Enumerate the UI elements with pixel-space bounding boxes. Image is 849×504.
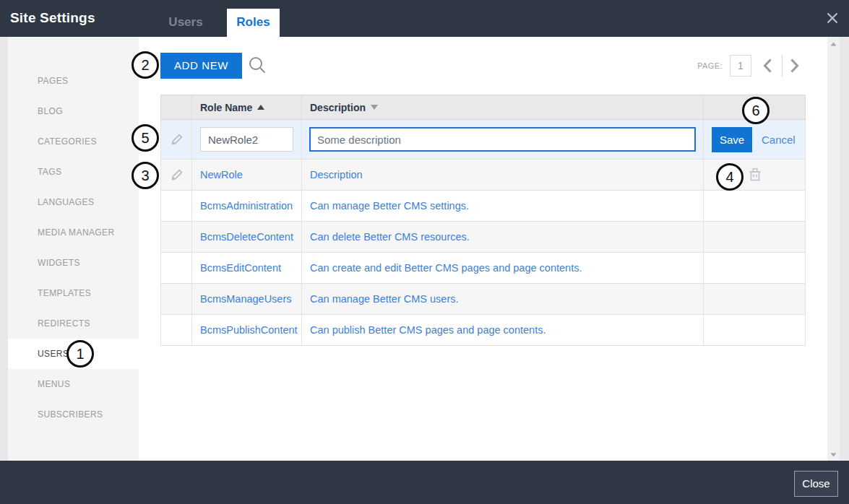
sidebar-item-media-manager[interactable]: MEDIA MANAGER (8, 217, 139, 248)
role-description-link[interactable]: Description (310, 160, 363, 190)
add-new-button[interactable]: ADD NEW (160, 53, 242, 79)
page-number-input[interactable] (730, 55, 751, 77)
role-description-link[interactable]: Can manage Better CMS users. (310, 284, 459, 314)
edit-row: Save Cancel (160, 120, 806, 160)
sort-asc-icon (257, 105, 264, 110)
save-button[interactable]: Save (712, 127, 752, 152)
page-label: PAGE: (679, 55, 723, 77)
roles-table: Role Name Description (160, 95, 806, 346)
tab-roles[interactable]: Roles (227, 9, 280, 37)
close-icon[interactable] (822, 8, 842, 28)
scroll-up-icon[interactable] (830, 42, 837, 46)
page-margin-left (0, 37, 8, 461)
role-name-link[interactable]: BcmsDeleteContent (200, 222, 293, 252)
table-row: BcmsPublishContent Can publish Better CM… (160, 315, 806, 346)
header-cell-description: Description (302, 95, 704, 119)
sidebar-item-menus[interactable]: MENUS (8, 369, 139, 399)
sidebar-item-subscribers[interactable]: SUBSCRIBERS (8, 399, 139, 430)
role-name-link[interactable]: BcmsPublishContent (200, 315, 298, 345)
pencil-icon[interactable] (171, 168, 184, 181)
annotation-6: 6 (742, 97, 770, 124)
site-settings-dialog: Site Settings Users Roles PAGES BLOG CAT… (0, 0, 849, 504)
table-row: BcmsDeleteContent Can delete Better CMS … (160, 222, 806, 253)
role-name-sort[interactable]: Role Name (200, 95, 252, 120)
sidebar-item-widgets[interactable]: WIDGETS (8, 248, 139, 278)
sidebar-item-blog[interactable]: BLOG (8, 96, 139, 126)
table-row: BcmsAdministration Can manage Better CMS… (160, 191, 806, 222)
sort-desc-icon (371, 105, 378, 110)
scroll-down-icon[interactable] (830, 453, 837, 457)
sidebar-item-languages[interactable]: LANGUAGES (8, 187, 139, 217)
annotation-5: 5 (132, 124, 159, 152)
role-name-link[interactable]: NewRole (200, 160, 243, 190)
header-cell-role-name: Role Name (192, 95, 302, 119)
description-input[interactable] (309, 127, 696, 152)
tab-users[interactable]: Users (160, 9, 211, 37)
chevron-right-icon[interactable] (786, 58, 802, 74)
table-row: BcmsEditContent Can create and edit Bett… (160, 253, 806, 284)
search-icon[interactable] (248, 56, 267, 74)
trash-icon[interactable] (748, 168, 762, 182)
header-cell-edit (161, 95, 192, 119)
sidebar-item-categories[interactable]: CATEGORIES (8, 126, 139, 157)
cancel-link[interactable]: Cancel (762, 120, 796, 160)
annotation-2: 2 (132, 51, 159, 79)
page-margin-right (840, 37, 849, 461)
dialog-footer (0, 461, 849, 504)
role-description-link[interactable]: Can manage Better CMS settings. (310, 191, 469, 221)
role-name-link[interactable]: BcmsManageUsers (200, 284, 292, 314)
sidebar-item-templates[interactable]: TEMPLATES (8, 278, 139, 308)
close-button[interactable]: Close (794, 471, 838, 497)
pager-divider (782, 55, 783, 77)
description-sort[interactable]: Description (310, 95, 366, 120)
role-description-link[interactable]: Can publish Better CMS pages and page co… (310, 315, 546, 345)
vertical-scrollbar[interactable] (827, 37, 840, 461)
table-header-row: Role Name Description (160, 95, 806, 120)
role-description-link[interactable]: Can create and edit Better CMS pages and… (310, 253, 582, 283)
role-name-input[interactable] (200, 127, 293, 152)
table-row-newrole: NewRole Description (160, 160, 806, 191)
sidebar-item-redirects[interactable]: REDIRECTS (8, 308, 139, 339)
role-name-link[interactable]: BcmsAdministration (200, 191, 293, 221)
pencil-icon[interactable] (171, 133, 184, 146)
sidebar-item-pages[interactable]: PAGES (8, 66, 139, 96)
dialog-title: Site Settings (10, 0, 95, 37)
annotation-1: 1 (66, 340, 94, 368)
role-name-link[interactable]: BcmsEditContent (200, 253, 281, 283)
role-description-link[interactable]: Can delete Better CMS resources. (310, 222, 470, 252)
annotation-3: 3 (132, 162, 159, 189)
dialog-header (0, 0, 849, 37)
table-row: BcmsManageUsers Can manage Better CMS us… (160, 284, 806, 315)
sidebar: PAGES BLOG CATEGORIES TAGS LANGUAGES MED… (8, 37, 139, 461)
annotation-4: 4 (716, 163, 744, 191)
sidebar-item-tags[interactable]: TAGS (8, 157, 139, 187)
chevron-left-icon[interactable] (760, 58, 776, 74)
